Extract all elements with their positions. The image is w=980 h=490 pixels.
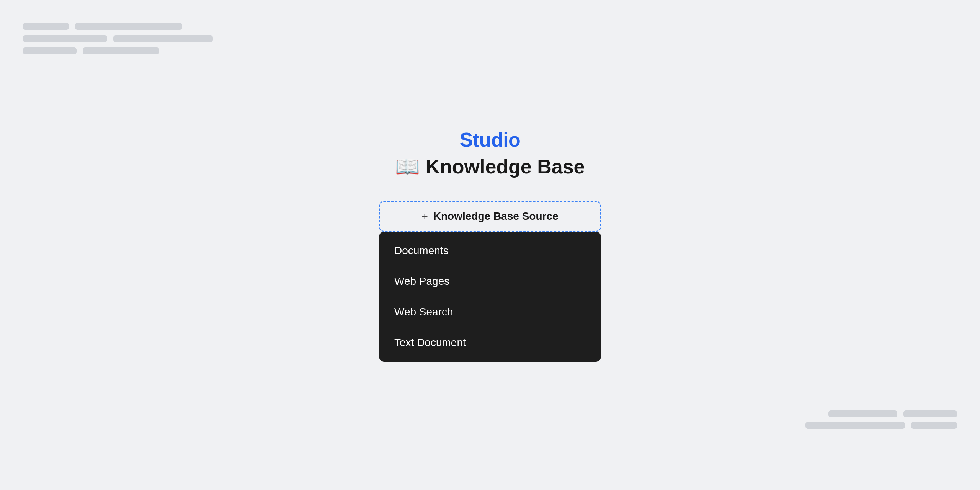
skeleton-row-br-1 [828, 410, 957, 417]
studio-title: Studio [460, 128, 521, 151]
knowledge-base-heading: 📖 Knowledge Base [395, 155, 585, 178]
knowledge-base-label: Knowledge Base [425, 155, 585, 178]
skeleton-row-3 [23, 47, 213, 54]
dropdown-item-web-search[interactable]: Web Search [379, 297, 601, 327]
book-icon: 📖 [395, 157, 420, 176]
skeleton-bar [828, 410, 897, 417]
skeleton-bar [83, 47, 159, 54]
add-source-label: Knowledge Base Source [433, 210, 559, 222]
plus-icon: + [421, 210, 428, 222]
dropdown-item-web-pages[interactable]: Web Pages [379, 266, 601, 297]
skeleton-bar [805, 422, 905, 429]
skeleton-bar [75, 23, 182, 30]
skeleton-bar [113, 35, 213, 42]
skeleton-row-1 [23, 23, 213, 30]
skeleton-bottom-right [805, 410, 957, 429]
skeleton-row-2 [23, 35, 213, 42]
dropdown-item-text-document[interactable]: Text Document [379, 327, 601, 358]
skeleton-bar [903, 410, 957, 417]
skeleton-top-left [23, 23, 213, 54]
skeleton-bar [911, 422, 957, 429]
skeleton-bar [23, 47, 77, 54]
skeleton-row-br-2 [805, 422, 957, 429]
skeleton-bar [23, 23, 69, 30]
add-source-button[interactable]: + Knowledge Base Source [379, 201, 601, 232]
skeleton-bar [23, 35, 107, 42]
main-content: Studio 📖 Knowledge Base + Knowledge Base… [379, 128, 601, 362]
dropdown-menu: Documents Web Pages Web Search Text Docu… [379, 232, 601, 362]
dropdown-item-documents[interactable]: Documents [379, 235, 601, 266]
